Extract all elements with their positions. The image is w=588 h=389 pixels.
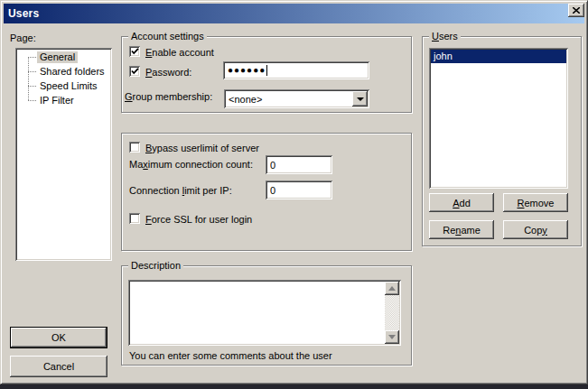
users-dialog: Users Page: General Shared folders Speed… [0,0,588,384]
scroll-up-icon [388,286,396,291]
password-input[interactable]: ●●●●●● [223,61,369,79]
scroll-up-button[interactable] [385,282,399,295]
scroll-down-icon [388,335,396,339]
group-membership-select[interactable]: <none> [224,89,369,108]
users-listbox[interactable]: john [429,48,568,189]
close-button[interactable] [568,4,584,17]
ok-button-label: OK [51,332,66,343]
users-group-title: Users [429,32,461,42]
remove-button[interactable]: Remove [503,193,568,212]
group-membership-label: Group membership: [125,92,212,102]
password-value: ●●●●●● [228,66,266,75]
description-hint: You can enter some comments about the us… [129,351,332,361]
check-icon [131,48,139,55]
password-checkbox[interactable] [129,66,140,77]
tree-item-label: General [37,51,78,63]
copy-button[interactable]: Copy [503,220,568,239]
force-ssl-checkbox[interactable] [129,213,140,224]
connection-limit-per-ip-label: Connection limit per IP: [129,186,232,196]
tree-item-general[interactable]: General [17,50,110,64]
text-caret [266,65,267,76]
scroll-down-button[interactable] [385,330,399,344]
enable-account-checkbox[interactable] [129,46,140,57]
max-connection-count-label: Maximum connection count: [129,160,253,170]
max-connection-count-input[interactable] [266,155,332,174]
page-label: Page: [10,33,36,43]
description-textarea[interactable] [128,280,401,346]
group-membership-value: <none> [229,94,262,105]
remove-button-label: Remove [518,198,555,208]
tree-item-ip-filter[interactable]: IP Filter [17,93,110,107]
user-list-item[interactable]: john [431,50,566,63]
force-ssl-label[interactable]: Force SSL for user login [145,215,252,225]
password-label[interactable]: Password: [145,68,191,78]
tree-item-shared-folders[interactable]: Shared folders [17,64,110,79]
rename-button[interactable]: Rename [429,220,494,239]
users-listbox-items: john [431,50,566,187]
bypass-userlimit-checkbox[interactable] [129,142,140,153]
tree-item-label: Shared folders [37,66,107,78]
bypass-userlimit-label[interactable]: Bypass userlimit of server [145,144,259,153]
tree-item-label: IP Filter [37,95,77,107]
rename-button-label: Rename [443,225,481,236]
user-name: john [434,51,453,61]
enable-account-label[interactable]: Enable account [145,48,214,58]
check-icon [131,68,139,75]
account-settings-group-title: Account settings [128,32,207,42]
copy-button-label: Copy [524,225,547,236]
titlebar[interactable]: Users [4,4,584,23]
window-title: Users [4,7,39,20]
desktop-background: Users Page: General Shared folders Speed… [0,0,588,389]
chevron-down-icon [357,97,364,101]
ok-button[interactable]: OK [10,327,107,348]
cancel-button-label: Cancel [43,361,74,372]
page-tree[interactable]: General Shared folders Speed Limits IP F… [15,48,112,261]
close-icon [573,7,580,14]
cancel-button[interactable]: Cancel [10,356,107,377]
connection-limit-per-ip-input[interactable] [266,181,332,199]
description-group-title: Description [128,261,183,271]
tree-item-label: Speed Limits [37,80,100,92]
vertical-scrollbar[interactable] [385,282,399,344]
tree-item-speed-limits[interactable]: Speed Limits [17,79,110,93]
page-tree-items: General Shared folders Speed Limits IP F… [17,50,110,259]
combo-dropdown-button[interactable] [352,91,368,107]
add-button-label: Add [453,198,471,208]
add-button[interactable]: Add [429,193,494,212]
